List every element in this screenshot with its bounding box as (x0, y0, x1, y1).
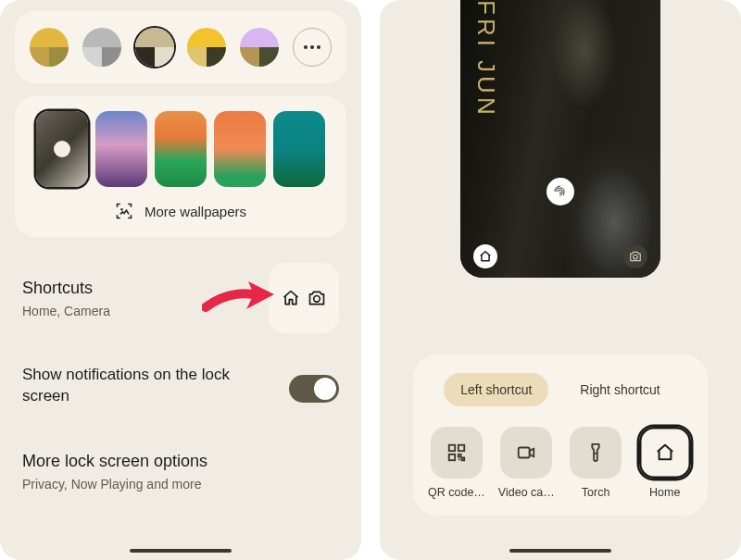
shortcut-option-button-torch[interactable] (570, 427, 622, 479)
shortcut-picker-panel: FRI JUN Left shortcut Right shortcut (380, 0, 741, 560)
lock-screen-date: FRI JUN (471, 0, 500, 118)
more-options-text: More lock screen options Privacy, Now Pl… (22, 452, 207, 492)
color-swatch-1[interactable] (82, 28, 121, 67)
wallpaper-icon (115, 202, 133, 220)
shortcut-option-grid: QR code…Video ca…TorchHome (428, 427, 693, 499)
tab-left-label: Left shortcut (460, 382, 532, 397)
shortcuts-title: Shortcuts (22, 279, 110, 298)
more-options-row[interactable]: More lock screen options Privacy, Now Pl… (22, 452, 339, 492)
svg-point-4 (314, 296, 320, 303)
shortcut-option-label: Torch (582, 486, 610, 499)
svg-point-0 (304, 45, 308, 49)
color-swatch-0[interactable] (30, 28, 69, 67)
wallpaper-card: More wallpapers (15, 96, 346, 237)
svg-rect-8 (449, 454, 455, 460)
shortcuts-row[interactable]: Shortcuts Home, Camera (22, 263, 339, 333)
preview-left-shortcut (473, 244, 497, 268)
shortcut-option-video: Video ca… (498, 427, 555, 499)
wallpaper-thumb-1[interactable] (95, 111, 147, 187)
shortcut-option-home: Home (636, 427, 693, 499)
shortcut-tabs: Left shortcut Right shortcut (428, 373, 693, 406)
more-wallpapers-button[interactable]: More wallpapers (30, 202, 332, 220)
home-icon (282, 289, 300, 307)
video-icon (516, 442, 536, 463)
tab-right-label: Right shortcut (580, 382, 659, 397)
shortcut-preview-box[interactable] (269, 263, 339, 333)
notifications-toggle[interactable] (289, 375, 339, 403)
home-icon (655, 442, 675, 463)
notifications-row[interactable]: Show notifications on the lock screen (22, 365, 339, 413)
svg-rect-6 (449, 445, 455, 451)
color-swatch-2[interactable] (135, 28, 174, 67)
wallpaper-thumb-2[interactable] (155, 111, 207, 187)
fingerprint-icon (546, 178, 574, 205)
toggle-knob (314, 378, 336, 400)
svg-point-5 (634, 255, 638, 259)
shortcuts-subtitle: Home, Camera (22, 304, 110, 318)
shortcut-option-button-qr[interactable] (431, 427, 483, 479)
shortcut-option-button-video[interactable] (500, 427, 552, 479)
more-colors-button[interactable] (293, 28, 332, 67)
shortcut-option-button-home[interactable] (639, 427, 691, 479)
shortcuts-text: Shortcuts Home, Camera (22, 279, 110, 318)
lock-screen-preview: FRI JUN (460, 0, 660, 278)
wallpaper-thumb-0[interactable] (36, 111, 88, 187)
preview-right-shortcut (623, 244, 647, 268)
shortcut-option-label: QR code… (428, 486, 485, 499)
more-wallpapers-label: More wallpapers (144, 204, 246, 219)
shortcut-option-qr: QR code… (428, 427, 485, 499)
wallpaper-thumb-3[interactable] (214, 111, 266, 187)
gesture-bar (509, 549, 611, 553)
tab-left-shortcut[interactable]: Left shortcut (444, 373, 548, 406)
shortcut-editor-card: Left shortcut Right shortcut QR code…Vid… (413, 355, 708, 516)
notifications-text: Show notifications on the lock screen (22, 365, 263, 413)
svg-rect-9 (519, 448, 530, 458)
torch-icon (585, 442, 606, 463)
svg-rect-7 (458, 445, 464, 451)
wallpaper-applied-dot (54, 141, 70, 157)
shortcut-option-torch: Torch (568, 427, 624, 499)
shortcut-option-label: Video ca… (498, 486, 555, 499)
camera-icon (308, 289, 326, 307)
svg-point-2 (317, 45, 320, 49)
shortcut-option-label: Home (649, 486, 680, 499)
svg-point-3 (120, 208, 123, 211)
svg-point-1 (310, 45, 314, 49)
color-palette-card (15, 11, 346, 83)
notifications-title: Show notifications on the lock screen (22, 365, 263, 407)
color-swatch-4[interactable] (240, 28, 279, 67)
wallpaper-thumb-4[interactable] (273, 111, 325, 187)
gesture-bar (130, 549, 232, 553)
lock-screen-settings-panel: More wallpapers Shortcuts Home, Camera (0, 0, 361, 560)
more-options-title: More lock screen options (22, 452, 207, 471)
color-swatch-3[interactable] (187, 28, 226, 67)
wallpaper-thumbnails (30, 111, 332, 187)
tab-right-shortcut[interactable]: Right shortcut (563, 373, 676, 406)
qr-icon (446, 442, 467, 463)
more-options-subtitle: Privacy, Now Playing and more (22, 477, 207, 492)
